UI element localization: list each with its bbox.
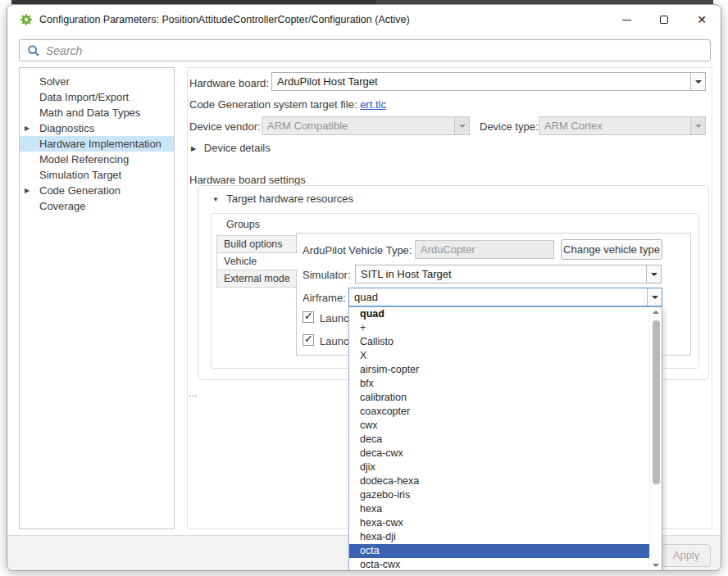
target-resources-toggle[interactable]: ▼ Target hardware resources	[209, 193, 357, 205]
combo-arrow-icon[interactable]	[690, 73, 705, 90]
device-type-label: Device type:	[480, 120, 539, 133]
close-button[interactable]: ✕	[689, 7, 714, 32]
target-file-link[interactable]: ert.tlc	[360, 98, 386, 111]
dropdown-option[interactable]: quad	[349, 307, 649, 321]
close-icon: ✕	[697, 14, 707, 25]
dropdown-option-label: airsim-copter	[360, 364, 419, 375]
collapsed-arrow-icon: ▶	[191, 145, 196, 152]
hardware-board-label: Hardware board:	[189, 77, 269, 89]
configuration-gear-icon	[20, 13, 33, 26]
sidebar-item-label: Model Referencing	[39, 153, 129, 166]
dropdown-option[interactable]: dodeca-hexa	[349, 474, 649, 488]
category-sidebar: Solver Data Import/Export Math and Data …	[19, 67, 175, 529]
sidebar-item-label: Simulation Target	[39, 169, 121, 181]
dropdown-option-label: bfx	[360, 378, 374, 389]
dropdown-option[interactable]: deca-cwx	[349, 447, 649, 460]
dropdown-option[interactable]: calibration	[349, 391, 649, 405]
dropdown-option-label: hexa	[360, 503, 382, 515]
launch-checkbox-1[interactable]	[303, 311, 314, 323]
device-vendor-label: Device vendor:	[189, 120, 261, 133]
groups-label: Groups	[224, 219, 262, 230]
dropdown-option[interactable]: hexa-cwx	[349, 516, 649, 530]
combo-arrow-icon[interactable]	[647, 288, 662, 306]
sidebar-item[interactable]: Code Generation	[20, 183, 174, 198]
dropdown-option[interactable]: deca	[349, 433, 649, 447]
vehicle-type-field: ArduCopter	[415, 240, 554, 259]
search-input[interactable]	[46, 41, 702, 60]
sidebar-item[interactable]: Math and Data Types	[20, 105, 174, 120]
dropdown-option-label: cwx	[360, 420, 378, 431]
dropdown-option-label: djix	[360, 461, 375, 473]
dropdown-option[interactable]: airsim-copter	[349, 363, 649, 377]
configuration-parameters-dialog: Configuration Parameters: PositionAttitu…	[7, 4, 721, 571]
dropdown-option-label: hexa-cwx	[360, 517, 403, 528]
expanded-arrow-icon: ▼	[212, 196, 219, 203]
simulator-label: Simulator:	[303, 269, 351, 281]
dropdown-option-label: calibration	[360, 392, 407, 403]
dropdown-option[interactable]: hexa	[349, 502, 649, 516]
apply-button[interactable]: Apply	[662, 544, 711, 567]
group-tab[interactable]: Vehicle	[216, 252, 298, 270]
combo-arrow-icon[interactable]	[646, 265, 661, 283]
maximize-button[interactable]	[652, 7, 676, 32]
window-title: Configuration Parameters: PositionAttitu…	[39, 14, 410, 25]
device-type-value: ARM Cortex	[544, 120, 603, 132]
sidebar-item[interactable]: Diagnostics	[20, 120, 174, 136]
dropdown-option[interactable]: gazebo-iris	[349, 488, 649, 502]
airframe-value: quad	[354, 291, 378, 303]
group-tab-label: Build options	[224, 238, 283, 250]
apply-button-label: Apply	[673, 549, 700, 561]
device-vendor-value: ARM Compatible	[267, 120, 348, 132]
airframe-combo[interactable]: quad	[348, 288, 662, 306]
sidebar-item[interactable]: Data Import/Export	[20, 89, 174, 105]
groups-tab-list: Build options Vehicle External mode	[216, 236, 297, 288]
dropdown-option-label: hexa-dji	[360, 531, 396, 542]
board-settings-heading: Hardware board settings	[189, 174, 306, 186]
dropdown-option[interactable]: Callisto	[349, 335, 649, 349]
scrollbar-thumb[interactable]	[653, 320, 660, 484]
device-vendor-combo: ARM Compatible	[262, 116, 470, 135]
combo-arrow-icon	[690, 117, 705, 134]
dropdown-option-label: +	[360, 322, 366, 333]
hardware-board-combo[interactable]: ArduPilot Host Target	[271, 72, 706, 91]
sidebar-item[interactable]: Coverage	[20, 198, 174, 214]
hardware-board-value: ArduPilot Host Target	[277, 75, 378, 88]
minimize-button[interactable]	[614, 7, 639, 32]
dropdown-option[interactable]: bfx	[349, 377, 649, 391]
device-type-combo: ARM Cortex	[539, 116, 706, 135]
launch-checkbox-2[interactable]	[303, 334, 314, 346]
group-tab-label: External mode	[224, 273, 290, 284]
sidebar-item-label: Hardware Implementation	[39, 138, 162, 150]
scroll-up-icon[interactable]	[653, 311, 659, 314]
device-details-toggle[interactable]: ▶ Device details	[191, 142, 271, 154]
sidebar-item[interactable]: Simulation Target	[20, 167, 174, 183]
dropdown-option[interactable]: coaxcopter	[349, 405, 649, 419]
dropdown-scrollbar[interactable]	[649, 307, 662, 570]
sidebar-item-label: Diagnostics	[39, 122, 94, 134]
dropdown-option[interactable]: octa-cwx	[349, 558, 649, 571]
change-vehicle-type-label: Change vehicle type	[563, 243, 660, 256]
dropdown-option[interactable]: +	[349, 321, 649, 335]
sidebar-item[interactable]: Model Referencing	[20, 152, 174, 167]
dropdown-option[interactable]: hexa-dji	[349, 530, 649, 544]
sidebar-item-label: Data Import/Export	[39, 91, 129, 103]
scroll-down-icon[interactable]	[653, 564, 659, 567]
vehicle-type-label: ArduPilot Vehicle Type:	[303, 244, 412, 256]
dropdown-option-label: octa-cwx	[360, 559, 400, 570]
dropdown-option[interactable]: cwx	[349, 419, 649, 433]
dropdown-option[interactable]: octa	[349, 544, 649, 558]
expand-arrow-icon	[25, 120, 34, 136]
sidebar-item-label: Solver	[39, 75, 70, 88]
airframe-dropdown-items: quad + Callisto X airsim-copter bfx cali…	[349, 307, 649, 571]
simulator-combo[interactable]: SITL in Host Target	[355, 265, 662, 283]
search-box[interactable]	[19, 39, 711, 61]
target-file-row: Code Generation system target file: ert.…	[189, 98, 386, 111]
airframe-dropdown-list: quad + Callisto X airsim-copter bfx cali…	[348, 306, 662, 571]
group-tab[interactable]: Build options	[216, 235, 297, 253]
sidebar-item[interactable]: Hardware Implementation	[20, 136, 174, 152]
dropdown-option[interactable]: djix	[349, 460, 649, 474]
group-tab[interactable]: External mode	[216, 270, 297, 288]
change-vehicle-type-button[interactable]: Change vehicle type	[561, 239, 662, 260]
sidebar-item[interactable]: Solver	[20, 74, 174, 89]
dropdown-option[interactable]: X	[349, 349, 649, 363]
